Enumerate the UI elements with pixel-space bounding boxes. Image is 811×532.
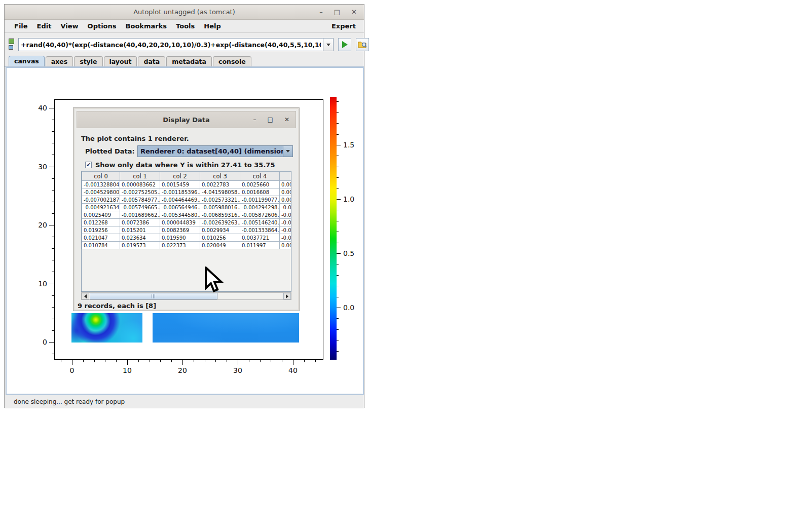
table-cell[interactable]: -0.005988016...	[200, 204, 240, 211]
table-row[interactable]: -0.004529800...-0.002752505...-0.0011853…	[82, 188, 292, 196]
tab-axes[interactable]: axes	[46, 56, 73, 66]
menu-item-options[interactable]: Options	[84, 21, 120, 31]
scroll-right-button[interactable]	[283, 293, 291, 299]
table-cell[interactable]: -0.001328804...	[82, 181, 120, 188]
dialog-maximize-icon[interactable]: □	[268, 117, 273, 123]
table-header-cell[interactable]: col 3	[200, 172, 240, 181]
dialog-titlebar[interactable]: Display Data – □ ✕	[77, 111, 296, 128]
menu-item-tools[interactable]: Tools	[172, 21, 198, 31]
data-table-viewport[interactable]: col 0col 1col 2col 3col 4 -0.001328804..…	[81, 171, 291, 292]
menu-item-view[interactable]: View	[57, 21, 82, 31]
table-cell[interactable]: 0.0025409	[82, 211, 120, 219]
plotted-data-select[interactable]: Renderer 0: dataset[40,40] (dimension...	[137, 145, 293, 157]
menu-item-file[interactable]: File	[11, 21, 31, 31]
table-cell[interactable]: -0.005784977...	[120, 196, 160, 204]
table-cell[interactable]: -0.005872606...	[240, 211, 280, 219]
table-cell[interactable]: 0.010256	[200, 234, 240, 242]
plot-go-button[interactable]	[338, 38, 351, 51]
table-cell[interactable]: -0.0	[280, 219, 292, 226]
table-cell[interactable]: 0.0082369	[160, 226, 200, 234]
table-cell[interactable]: 0.021047	[82, 234, 120, 242]
table-cell[interactable]: 0.012268	[82, 219, 120, 226]
table-cell[interactable]: -0.004464469...	[160, 196, 200, 204]
table-header-cell[interactable]: col 2	[160, 172, 200, 181]
window-titlebar[interactable]: Autoplot untagged (as tomcat) – □ ✕	[5, 5, 364, 20]
table-cell[interactable]: 0.011997	[240, 242, 280, 249]
table-cell[interactable]: 0.00	[280, 188, 292, 196]
open-file-button[interactable]	[356, 38, 369, 51]
table-cell[interactable]: 0.020049	[200, 242, 240, 249]
table-cell[interactable]: 0.019573	[120, 242, 160, 249]
table-cell[interactable]: 0.0072386	[120, 219, 160, 226]
table-cell[interactable]: -0.005749665...	[120, 204, 160, 211]
table-cell[interactable]: -0.001185396...	[160, 188, 200, 196]
table-cell[interactable]: -0.0	[280, 234, 292, 242]
menu-item-bookmarks[interactable]: Bookmarks	[122, 21, 171, 31]
table-row[interactable]: -0.004921634...-0.005749665...-0.0065649…	[82, 204, 292, 211]
table-cell[interactable]: 0.023634	[120, 234, 160, 242]
datasource-type-icon[interactable]	[9, 38, 15, 51]
plot-canvas[interactable]: 0102030400102030400.00.51.01.5 Display D…	[6, 67, 364, 395]
table-cell[interactable]: 0.000044839	[160, 219, 200, 226]
tab-metadata[interactable]: metadata	[166, 56, 212, 66]
table-cell[interactable]: 0.0029934	[200, 226, 240, 234]
table-cell[interactable]: 0.0025660	[240, 181, 280, 188]
table-cell[interactable]: -0.0	[280, 226, 292, 234]
table-cell[interactable]: 0.00	[280, 242, 292, 249]
menu-item-expert[interactable]: Expert	[329, 21, 358, 31]
tab-data[interactable]: data	[138, 56, 165, 66]
dialog-close-icon[interactable]: ✕	[284, 117, 289, 123]
plotted-data-dropdown-button[interactable]	[283, 146, 292, 157]
table-cell[interactable]: -0.001199077...	[240, 196, 280, 204]
table-cell[interactable]: 0.00	[280, 196, 292, 204]
table-row[interactable]: 0.0107840.0195730.0223730.0200490.011997…	[82, 242, 292, 249]
uri-dropdown-button[interactable]	[323, 38, 334, 51]
tab-layout[interactable]: layout	[104, 56, 137, 66]
table-cell[interactable]: -0.002752505...	[120, 188, 160, 196]
table-cell[interactable]: -4.041598058...	[200, 188, 240, 196]
table-cell[interactable]: 0.000083662	[120, 181, 160, 188]
table-cell[interactable]: -0.002639263...	[200, 219, 240, 226]
table-cell[interactable]: -0.0	[280, 211, 292, 219]
table-header-cell[interactable]: col 1	[120, 172, 160, 181]
tab-style[interactable]: style	[74, 56, 102, 66]
table-cell[interactable]: -0.001689662...	[120, 211, 160, 219]
minimize-icon[interactable]: –	[319, 9, 323, 15]
table-cell[interactable]: 0.022373	[160, 242, 200, 249]
close-icon[interactable]: ✕	[351, 9, 357, 15]
scroll-left-button[interactable]	[82, 293, 89, 299]
table-cell[interactable]: 0.0037721	[240, 234, 280, 242]
table-cell[interactable]: -0.005344580...	[160, 211, 200, 219]
table-header-cell[interactable]	[280, 172, 292, 181]
table-cell[interactable]: -0.005146240...	[240, 219, 280, 226]
table-cell[interactable]: 0.0015459	[160, 181, 200, 188]
table-cell[interactable]: -0.004529800...	[82, 188, 120, 196]
table-cell[interactable]: -0.006859316...	[200, 211, 240, 219]
table-cell[interactable]: 0.010784	[82, 242, 120, 249]
table-cell[interactable]: 0.0022783	[200, 181, 240, 188]
uri-input[interactable]	[18, 38, 323, 51]
table-row[interactable]: 0.0210470.0236340.0195900.0102560.003772…	[82, 234, 292, 242]
table-cell[interactable]: -0.007002187...	[82, 196, 120, 204]
tab-console[interactable]: console	[213, 56, 251, 66]
table-row[interactable]: 0.0025409-0.001689662...-0.005344580...-…	[82, 211, 292, 219]
table-cell[interactable]: 0.019590	[160, 234, 200, 242]
table-cell[interactable]: 0.019256	[82, 226, 120, 234]
scrollbar-thumb[interactable]	[90, 293, 217, 299]
table-cell[interactable]: -0.004921634...	[82, 204, 120, 211]
table-row[interactable]: -0.007002187...-0.005784977...-0.0044644…	[82, 196, 292, 204]
tab-canvas[interactable]: canvas	[9, 56, 45, 66]
table-cell[interactable]: -0.0	[280, 204, 292, 211]
table-header-cell[interactable]: col 0	[82, 172, 120, 181]
table-cell[interactable]: -0.001333864...	[240, 226, 280, 234]
table-cell[interactable]: 0.015201	[120, 226, 160, 234]
table-row[interactable]: 0.0192560.0152010.00823690.0029934-0.001…	[82, 226, 292, 234]
table-header-cell[interactable]: col 4	[240, 172, 280, 181]
table-cell[interactable]: -0.006564946...	[160, 204, 200, 211]
maximize-icon[interactable]: □	[334, 9, 340, 15]
menu-item-edit[interactable]: Edit	[33, 21, 55, 31]
table-cell[interactable]: -0.002573321...	[200, 196, 240, 204]
menu-item-help[interactable]: Help	[200, 21, 224, 31]
table-cell[interactable]: 0.0016608	[240, 188, 280, 196]
table-row[interactable]: -0.001328804...0.0000836620.00154590.002…	[82, 181, 292, 188]
